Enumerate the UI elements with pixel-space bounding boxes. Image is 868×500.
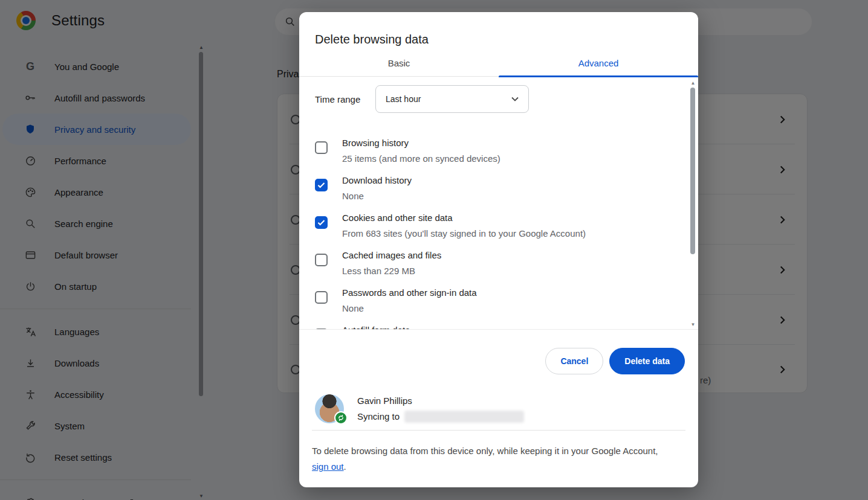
- account-name: Gavin Phillips: [357, 393, 524, 409]
- item-detail: Less than 229 MB: [342, 263, 441, 279]
- checkbox-browsing-history[interactable]: [315, 141, 328, 154]
- checkbox-cookies[interactable]: [315, 216, 328, 229]
- checkbox-passwords[interactable]: [315, 291, 328, 304]
- checkbox-cached-images[interactable]: [315, 254, 328, 266]
- account-row: Gavin Phillips Syncing to: [315, 388, 682, 430]
- item-label: Autofill form data: [342, 322, 410, 330]
- item-label: Passwords and other sign-in data: [342, 285, 477, 301]
- tab-basic[interactable]: Basic: [299, 50, 499, 76]
- redacted-email: [404, 411, 524, 423]
- item-label: Cookies and other site data: [342, 210, 586, 226]
- checkbox-autofill-form-data[interactable]: [315, 329, 328, 330]
- scrollbar-thumb[interactable]: [690, 88, 695, 254]
- divider: [312, 430, 685, 431]
- sign-out-link[interactable]: sign out: [312, 461, 344, 472]
- dialog-title: Delete browsing data: [315, 33, 429, 46]
- item-label: Browsing history: [342, 135, 500, 151]
- item-detail: 25 items (and more on synced devices): [342, 151, 500, 167]
- dialog-footer-text: To delete browsing data from this device…: [312, 443, 674, 475]
- sync-badge-icon: [334, 411, 348, 425]
- sync-status-text: Syncing to: [357, 409, 400, 425]
- item-detail: From 683 sites (you'll stay signed in to…: [342, 226, 586, 242]
- chevron-down-icon: [511, 97, 519, 101]
- time-range-label: Time range: [315, 94, 375, 104]
- dialog-tabs: Basic Advanced: [299, 50, 698, 77]
- dialog-scroll-area: Time range Last hour Browsing history 25…: [299, 77, 698, 330]
- scroll-down-icon[interactable]: ▼: [690, 322, 696, 327]
- item-detail: None: [342, 301, 477, 316]
- scroll-up-icon[interactable]: ▲: [690, 80, 696, 86]
- time-range-select[interactable]: Last hour: [375, 85, 529, 113]
- item-detail: None: [342, 188, 412, 204]
- delete-data-button[interactable]: Delete data: [609, 348, 685, 374]
- tab-advanced[interactable]: Advanced: [499, 50, 698, 76]
- delete-browsing-data-dialog: Delete browsing data Basic Advanced Time…: [299, 12, 698, 487]
- item-label: Cached images and files: [342, 248, 441, 263]
- dialog-scrollbar[interactable]: ▲ ▼: [689, 79, 697, 330]
- checkbox-download-history[interactable]: [315, 179, 328, 191]
- time-range-value: Last hour: [386, 94, 421, 104]
- avatar: [315, 394, 344, 423]
- item-label: Download history: [342, 173, 412, 188]
- cancel-button[interactable]: Cancel: [545, 348, 603, 374]
